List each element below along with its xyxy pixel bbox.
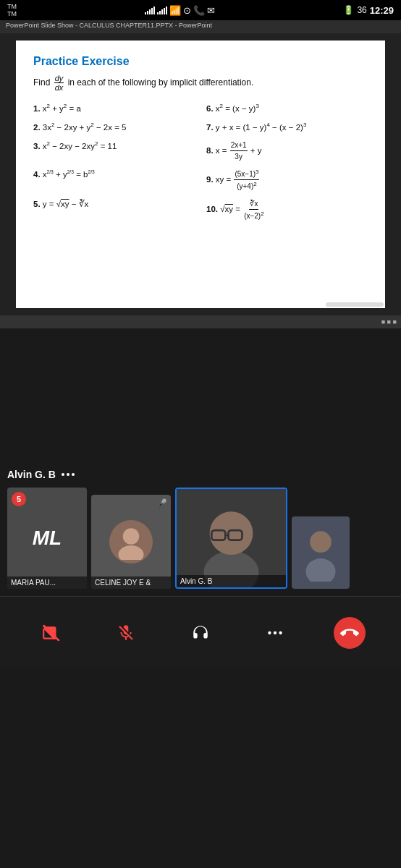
video-area: Alvin G. B 5 ML MARIA PAU... <box>0 328 401 596</box>
headphones-icon <box>185 617 216 649</box>
slide-container[interactable]: Practice Exercise Find dy dx in each of … <box>16 41 385 308</box>
problem-6: 6. x2 = (x − y)3 <box>206 102 368 115</box>
participant-name-celine: CELINE JOY E & <box>91 576 171 589</box>
more-dots-svg <box>266 624 284 642</box>
mic-off-icon <box>110 617 142 649</box>
svg-point-14 <box>279 631 282 634</box>
problem-7: 7. y + x = (1 − y)4 − (x − 2)3 <box>206 121 368 134</box>
problem-9: 9. xy = (5x−1)3 (y+4)2 <box>206 168 368 192</box>
participant-tile-fourth <box>292 516 350 589</box>
problem-5: 5. y = √xy − ∛x <box>33 198 195 221</box>
status-bar: TM TM 📶 ⊙ 📞 ✉ 🔋 36 12:29 <box>0 0 401 20</box>
ml-initials: ML <box>33 527 62 550</box>
camera-button[interactable] <box>27 611 76 655</box>
svg-point-9 <box>310 531 332 553</box>
camera-off-icon <box>35 617 67 649</box>
fourth-person-icon <box>299 524 342 582</box>
slide-status: ■ ■ ■ <box>381 318 397 326</box>
woman-avatar-circle <box>109 520 153 563</box>
slide-title: Practice Exercise <box>33 55 368 68</box>
signal-bars-1 <box>145 6 155 14</box>
dy-dx-fraction: dy dx <box>54 74 64 92</box>
svg-point-4 <box>210 511 253 555</box>
file-path-text: PowerPoint Slide Show - CALCULUS CHAPTER… <box>6 22 212 29</box>
battery-icon: 🔋 <box>343 5 354 15</box>
camera-off-svg <box>42 624 61 642</box>
phone-icon: 📞 <box>193 5 205 16</box>
host-label-row: Alvin G. B <box>7 469 394 480</box>
mic-muted-icon: 🎤 <box>156 498 167 509</box>
woman-avatar <box>91 495 171 589</box>
slide-scrollbar[interactable] <box>326 302 384 307</box>
audio-button[interactable] <box>176 611 225 655</box>
more-button[interactable] <box>250 611 300 655</box>
participant-tile-maria: 5 ML MARIA PAU... <box>7 488 87 589</box>
problems-grid: 1. x2 + y2 = a 6. x2 = (x − y)3 2. 3x2 −… <box>33 102 368 221</box>
participant-name-alvin: Alvin G. B <box>177 575 286 587</box>
file-path-bar: PowerPoint Slide Show - CALCULUS CHAPTER… <box>0 20 401 33</box>
problem-1: 1. x2 + y2 = a <box>33 102 195 115</box>
alvin-video <box>177 489 286 587</box>
carrier-info: TM TM <box>7 3 17 17</box>
signal-bars-2 <box>157 6 167 14</box>
battery-percent: 36 <box>357 5 366 15</box>
participant-tile-alvin: Alvin G. B <box>175 488 287 589</box>
signal-group: 📶 ⊙ 📞 ✉ <box>145 5 215 16</box>
alvin-video-icon <box>177 489 286 587</box>
wifi-icon: 📶 <box>169 5 181 16</box>
problem-4: 4. x2/3 + y2/3 = b2/3 <box>33 168 195 192</box>
more-options-icon <box>259 617 291 649</box>
end-call-button[interactable] <box>325 611 374 655</box>
mic-off-svg <box>117 624 135 642</box>
more-options-button[interactable] <box>62 473 75 476</box>
cast-icon: ⊙ <box>183 5 191 16</box>
fourth-avatar <box>292 516 350 589</box>
svg-point-12 <box>268 631 271 634</box>
participant-name-maria: MARIA PAU... <box>7 576 87 589</box>
carrier-label2: TM <box>7 10 17 17</box>
svg-point-1 <box>119 545 144 560</box>
mic-button[interactable] <box>101 611 151 655</box>
slide-area: Practice Exercise Find dy dx in each of … <box>0 33 401 315</box>
headphones-svg <box>191 624 210 642</box>
problem-8: 8. x = 2x+1 3y + y <box>206 140 368 162</box>
slide-bottom-bar: ■ ■ ■ <box>0 315 401 328</box>
time-battery: 🔋 36 12:29 <box>343 5 394 16</box>
svg-point-13 <box>274 631 277 634</box>
problem-2: 2. 3x2 − 2xy + y2 − 2x = 5 <box>33 121 195 134</box>
slide-instruction: Find dy dx in each of the following by i… <box>33 74 368 92</box>
end-call-svg <box>340 624 359 642</box>
end-call-icon <box>334 617 366 649</box>
woman-silhouette-icon <box>113 524 149 560</box>
msg-icon: ✉ <box>207 5 215 16</box>
notification-badge: 5 <box>12 492 26 506</box>
participant-tile-celine: 🎤 CELINE JOY E & <box>91 495 171 589</box>
bottom-controls-bar <box>0 596 401 668</box>
carrier-label: TM <box>7 3 17 10</box>
time-display: 12:29 <box>370 5 394 16</box>
problem-10: 10. √xy = ∛x (x−2)2 <box>206 198 368 221</box>
problem-3: 3. x2 − 2xy − 2xy2 = 11 <box>33 140 195 162</box>
participants-row: 5 ML MARIA PAU... 🎤 CELINE JOY E & <box>7 488 394 589</box>
host-name: Alvin G. B <box>7 469 56 480</box>
svg-point-0 <box>123 528 140 545</box>
